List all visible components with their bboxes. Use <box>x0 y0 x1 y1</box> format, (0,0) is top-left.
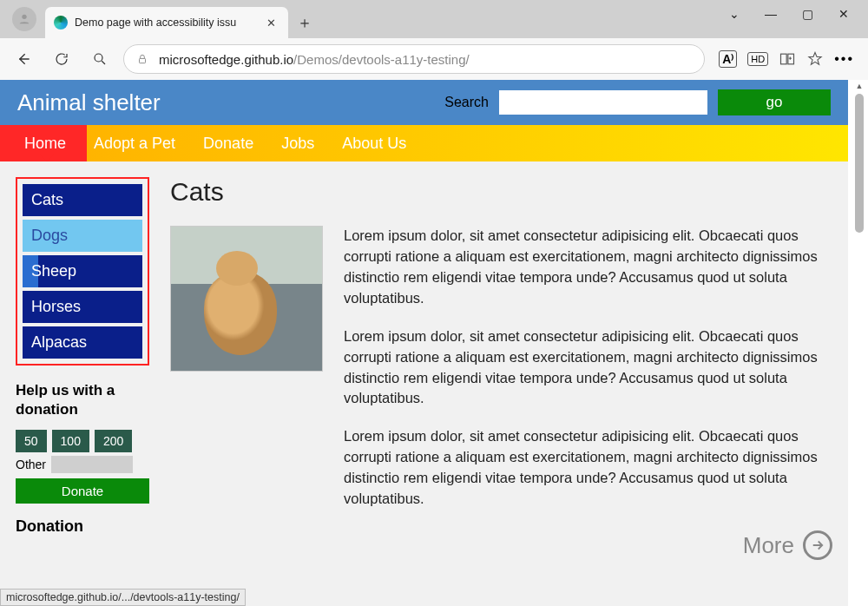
cat-image <box>170 226 323 372</box>
article-body: Lorem ipsum dolor, sit amet consectetur … <box>170 226 832 560</box>
paragraph-3: Lorem ipsum dolor, sit amet consectetur … <box>344 426 832 510</box>
refresh-icon <box>54 51 69 67</box>
favorite-icon[interactable] <box>806 50 824 68</box>
close-tab-icon[interactable]: ✕ <box>263 16 279 30</box>
address-bar[interactable]: microsoftedge.github.io/Demos/devtools-a… <box>123 44 705 74</box>
site-title: Animal shelter <box>17 89 161 116</box>
refresh-button[interactable] <box>47 44 76 74</box>
paragraph-2: Lorem ipsum dolor, sit amet consectetur … <box>344 326 832 410</box>
maximize-icon[interactable]: ▢ <box>799 7 816 21</box>
donation-heading: Donation <box>16 517 149 536</box>
browser-toolbar: microsoftedge.github.io/Demos/devtools-a… <box>0 38 868 80</box>
arrow-right-circle-icon <box>803 530 832 560</box>
lock-icon <box>136 53 148 65</box>
sidebar-item-alpacas[interactable]: Alpacas <box>23 326 142 359</box>
amount-50-button[interactable]: 50 <box>16 430 47 452</box>
main-nav: Home Adopt a Pet Donate Jobs About Us <box>0 125 848 161</box>
sidebar: Cats Dogs Sheep Horses Alpacas Help us w… <box>16 177 149 606</box>
amount-200-button[interactable]: 200 <box>95 430 132 452</box>
article: Cats Lorem ipsum dolor, sit amet consect… <box>170 177 832 606</box>
go-button[interactable]: go <box>718 89 831 115</box>
url-text: microsoftedge.github.io/Demos/devtools-a… <box>159 52 470 67</box>
search-icon <box>92 51 108 67</box>
search-label: Search <box>444 95 489 110</box>
svg-rect-3 <box>781 54 787 64</box>
sidebar-item-dogs[interactable]: Dogs <box>23 220 142 252</box>
scrollbar[interactable]: ▲ <box>852 80 866 606</box>
more-menu-icon[interactable]: ••• <box>834 51 854 67</box>
other-amount-input[interactable] <box>51 456 133 473</box>
sidebar-item-sheep[interactable]: Sheep <box>23 255 142 287</box>
browser-tab[interactable]: Demo page with accessibility issu ✕ <box>45 7 288 38</box>
svg-point-0 <box>22 15 26 19</box>
hd-icon[interactable]: HD <box>747 52 768 66</box>
scroll-up-icon[interactable]: ▲ <box>856 80 864 92</box>
search-input[interactable] <box>499 90 707 115</box>
nav-item-about[interactable]: About Us <box>328 125 420 161</box>
svg-point-1 <box>95 54 102 62</box>
read-aloud-icon[interactable]: A⁾ <box>719 50 737 68</box>
window-title-bar: Demo page with accessibility issu ✕ ＋ ⌄ … <box>0 0 868 38</box>
nav-item-home[interactable]: Home <box>0 125 80 161</box>
amount-100-button[interactable]: 100 <box>52 430 89 452</box>
donation-help-title: Help us with a donation <box>16 381 149 419</box>
close-window-icon[interactable]: ✕ <box>835 7 852 21</box>
new-tab-button[interactable]: ＋ <box>297 12 312 33</box>
profile-avatar[interactable] <box>12 7 36 31</box>
reader-icon[interactable] <box>779 50 796 68</box>
tab-title: Demo page with accessibility issu <box>75 16 256 29</box>
donation-amounts: 50 100 200 <box>16 430 149 452</box>
sidebar-item-cats[interactable]: Cats <box>23 184 142 216</box>
search-button[interactable] <box>85 44 115 74</box>
nav-item-donate[interactable]: Donate <box>189 125 267 161</box>
scroll-thumb[interactable] <box>855 94 864 233</box>
minimize-icon[interactable]: — <box>762 7 779 21</box>
article-title: Cats <box>170 177 832 207</box>
svg-rect-4 <box>788 54 794 64</box>
window-controls: ⌄ — ▢ ✕ <box>726 0 868 21</box>
cat-illustration <box>204 272 277 355</box>
paragraph-1: Lorem ipsum dolor, sit amet consectetur … <box>344 226 832 309</box>
other-amount-row: Other <box>16 456 149 473</box>
main-layout: Cats Dogs Sheep Horses Alpacas Help us w… <box>0 161 848 606</box>
other-label: Other <box>16 458 46 471</box>
sidebar-nav: Cats Dogs Sheep Horses Alpacas <box>16 177 149 366</box>
arrow-left-icon <box>15 50 32 68</box>
edge-icon <box>54 16 68 30</box>
sidebar-item-horses[interactable]: Horses <box>23 291 142 323</box>
nav-item-adopt[interactable]: Adopt a Pet <box>80 125 189 161</box>
search-form: Search go <box>444 89 831 115</box>
site-header: Animal shelter Search go <box>0 80 848 125</box>
article-text: Lorem ipsum dolor, sit amet consectetur … <box>344 226 832 560</box>
toolbar-actions: A⁾ HD ••• <box>713 50 859 68</box>
back-button[interactable] <box>9 44 38 74</box>
viewport: Animal shelter Search go Home Adopt a Pe… <box>0 80 868 606</box>
person-icon <box>17 12 31 26</box>
svg-rect-2 <box>140 58 146 63</box>
more-link[interactable]: More <box>743 530 832 560</box>
more-label: More <box>743 532 794 559</box>
chevron-down-icon[interactable]: ⌄ <box>726 7 743 21</box>
page-content: Animal shelter Search go Home Adopt a Pe… <box>0 80 848 606</box>
donate-button[interactable]: Donate <box>16 478 149 504</box>
status-bar: microsoftedge.github.io/.../devtools-a11… <box>0 589 246 606</box>
nav-item-jobs[interactable]: Jobs <box>267 125 328 161</box>
